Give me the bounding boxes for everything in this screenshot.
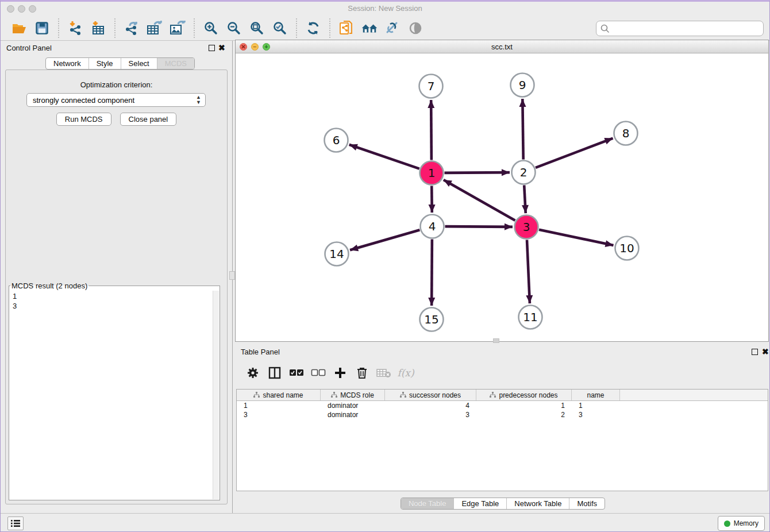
task-history-button[interactable] [7, 516, 24, 530]
function-builder-icon[interactable]: f(x) [398, 365, 413, 380]
export-network-icon[interactable] [123, 20, 140, 37]
table-settings-gear-icon[interactable] [245, 365, 260, 380]
zoom-fit-icon[interactable] [248, 20, 265, 37]
show-columns-icon[interactable] [267, 365, 282, 380]
graph-node-15[interactable]: 15 [420, 308, 444, 331]
scrollbar-track[interactable] [213, 291, 219, 499]
node-label: 14 [329, 247, 344, 261]
graph-edge-4-3[interactable] [445, 226, 513, 227]
table-row[interactable]: 1dominator411 [237, 401, 768, 410]
graph-node-9[interactable]: 9 [511, 74, 534, 97]
tab-network-table[interactable]: Network Table [506, 498, 569, 509]
network-canvas[interactable]: 7968124314101511 [236, 53, 768, 341]
graph-node-7[interactable]: 7 [419, 75, 443, 98]
graph-node-4[interactable]: 4 [421, 215, 444, 238]
import-table-icon[interactable] [90, 20, 107, 37]
node-label: 7 [428, 79, 435, 93]
table-float-panel-icon[interactable] [752, 349, 758, 355]
column-header-mcds-role[interactable]: MCDS role [321, 390, 385, 400]
node-table[interactable]: shared nameMCDS rolesuccessor nodesprede… [236, 389, 768, 491]
memory-button[interactable]: Memory [718, 516, 765, 531]
apply-layout-houses-icon[interactable] [361, 20, 378, 37]
graph-edge-1-7[interactable] [431, 100, 432, 160]
open-session-icon[interactable] [10, 20, 28, 37]
graph-node-6[interactable]: 6 [325, 129, 348, 152]
zoom-selected-icon[interactable] [271, 20, 288, 37]
graph-node-14[interactable]: 14 [325, 242, 349, 266]
table-cell[interactable]: dominator [321, 410, 385, 419]
node-label: 6 [333, 133, 340, 147]
float-panel-icon[interactable] [209, 45, 215, 51]
search-box[interactable] [596, 21, 764, 36]
table-cell[interactable]: 1 [476, 401, 572, 410]
column-header-shared-name[interactable]: shared name [237, 390, 321, 400]
criterion-select[interactable]: strongly connected component ▲▼ [26, 93, 206, 107]
graph-edge-3-10[interactable] [539, 230, 614, 245]
zoom-out-icon[interactable] [225, 20, 242, 37]
column-header-predecessor-nodes[interactable]: predecessor nodes [476, 390, 572, 400]
delete-row-trash-icon[interactable] [355, 365, 369, 380]
select-all-checkboxes-icon[interactable] [289, 365, 304, 380]
tab-style[interactable]: Style [88, 58, 121, 69]
column-header-name[interactable]: name [572, 390, 620, 400]
graph-edge-3-1[interactable] [444, 180, 515, 221]
status-bar: Memory [1, 513, 769, 532]
tab-select[interactable]: Select [121, 58, 157, 69]
graph-node-11[interactable]: 11 [519, 306, 542, 329]
import-network-icon[interactable] [67, 20, 84, 37]
graph-edge-4-15[interactable] [432, 239, 432, 306]
mcds-result-list[interactable]: 13 [10, 291, 219, 499]
table-close-panel-icon[interactable]: ✖ [762, 347, 769, 356]
search-icon [600, 24, 610, 34]
deselect-all-checkboxes-icon[interactable] [311, 365, 326, 380]
graph-node-3[interactable]: 3 [515, 215, 538, 239]
main-toolbar [1, 16, 769, 41]
graph-edge-3-11[interactable] [527, 240, 530, 303]
table-cell[interactable]: 4 [385, 401, 476, 410]
table-cell[interactable]: 3 [237, 410, 321, 419]
search-input[interactable] [610, 23, 763, 34]
zoom-in-icon[interactable] [202, 20, 220, 37]
column-header-successor-nodes[interactable]: successor nodes [385, 390, 476, 400]
graph-edge-2-9[interactable] [522, 99, 523, 160]
node-label: 3 [523, 220, 530, 234]
tab-edge-table[interactable]: Edge Table [453, 498, 506, 509]
table-cell[interactable]: 3 [572, 410, 620, 419]
refresh-view-icon[interactable] [305, 20, 322, 37]
graph-node-1[interactable]: 1 [420, 161, 444, 185]
table-cell[interactable]: 1 [237, 401, 321, 410]
tab-motifs[interactable]: Motifs [569, 498, 605, 509]
birds-eye-view-icon[interactable] [407, 20, 424, 37]
add-row-icon[interactable] [333, 365, 348, 380]
export-image-icon[interactable] [169, 20, 186, 37]
titlebar: Session: New Session [1, 2, 769, 16]
graph-edge-1-6[interactable] [349, 145, 419, 169]
graph-node-10[interactable]: 10 [615, 237, 639, 260]
close-panel-icon[interactable]: ✖ [218, 43, 225, 52]
close-panel-button[interactable]: Close panel [120, 113, 177, 126]
vertical-splitter-handle[interactable] [229, 271, 235, 280]
tab-node-table[interactable]: Node Table [401, 498, 454, 509]
graph-edge-2-3[interactable] [524, 185, 526, 213]
tab-network[interactable]: Network [46, 58, 88, 69]
graphics-details-icon[interactable] [384, 20, 401, 37]
save-session-icon[interactable] [33, 20, 51, 37]
graph-edge-4-14[interactable] [350, 230, 419, 250]
graph-edge-1-2[interactable] [444, 172, 510, 173]
table-cell[interactable]: 2 [476, 410, 572, 419]
node-label: 8 [622, 126, 630, 140]
tab-mcds[interactable]: MCDS [157, 58, 194, 69]
export-table-icon[interactable] [146, 20, 163, 37]
table-cell[interactable]: dominator [321, 401, 385, 410]
graph-edge-2-8[interactable] [536, 138, 613, 168]
table-cell[interactable]: 1 [572, 401, 620, 410]
graph-node-2[interactable]: 2 [512, 161, 536, 184]
clone-network-icon[interactable] [338, 20, 355, 37]
graph-node-8[interactable]: 8 [614, 122, 638, 145]
table-cell[interactable]: 3 [385, 410, 476, 419]
delete-table-icon[interactable] [376, 365, 391, 380]
graph-edge-1-4[interactable] [432, 186, 432, 213]
table-row[interactable]: 3dominator323 [237, 410, 768, 419]
run-mcds-button[interactable]: Run MCDS [56, 113, 111, 126]
horizontal-splitter-handle[interactable] [493, 338, 499, 343]
